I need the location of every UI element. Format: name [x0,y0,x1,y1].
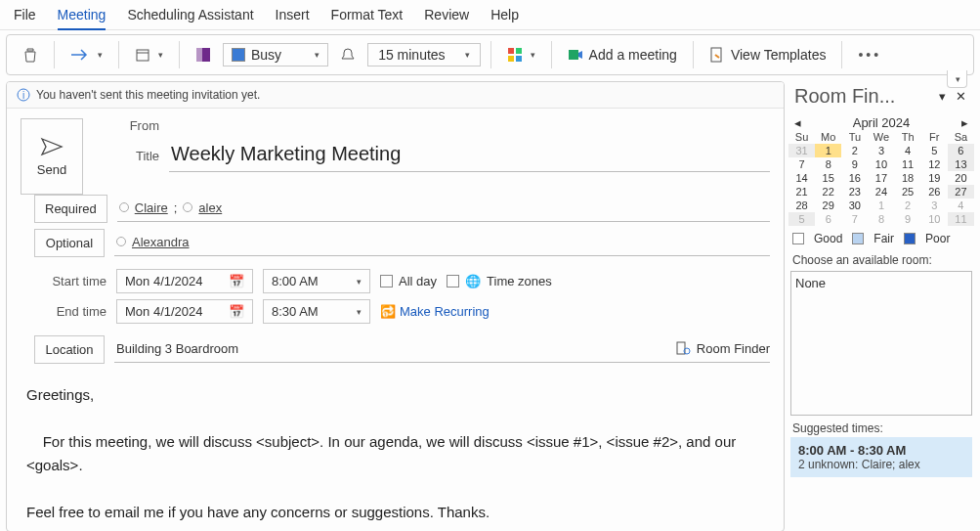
delete-button[interactable] [17,43,44,66]
required-input[interactable]: Claire; alex [117,197,770,222]
info-icon: i [17,88,30,102]
calendar-day[interactable]: 1 [815,144,841,157]
calendar-day[interactable]: 5 [921,144,948,157]
calendar-day[interactable]: 14 [788,171,815,185]
calendar-day[interactable]: 3 [921,199,948,212]
calendar-day[interactable]: 11 [895,157,921,171]
reminder-dropdown[interactable]: 15 minutes ▾ [367,43,480,66]
chevron-down-icon[interactable]: ▾ [933,89,952,104]
menu-format-text[interactable]: Format Text [331,7,404,22]
calendar-day[interactable]: 5 [788,212,815,226]
svg-rect-7 [516,56,522,62]
calendar-day[interactable]: 8 [815,157,841,171]
room-list[interactable]: None [790,271,972,416]
attendee[interactable]: Claire [135,200,168,215]
calendar-day[interactable]: 20 [948,171,974,185]
suggested-time-item[interactable]: 8:00 AM - 8:30 AM 2 unknown: Claire; ale… [790,437,972,477]
show-as-dropdown[interactable]: Busy ▾ [223,43,328,66]
show-as-swatch-button[interactable] [190,43,217,66]
room-finder-link[interactable]: Room Finder [675,340,770,356]
calendar-day[interactable]: 17 [868,171,894,185]
calendar-day[interactable]: 25 [895,185,921,199]
calendar-day[interactable]: 6 [948,144,974,157]
calendar-day[interactable]: 11 [948,212,974,226]
make-recurring-link[interactable]: 🔂Make Recurring [380,304,490,319]
calendar-day[interactable]: 31 [788,144,815,157]
calendar-day[interactable]: 13 [948,157,974,171]
room-search-icon [675,340,691,356]
calendar-day[interactable]: 24 [868,185,894,199]
calendar-day[interactable]: 9 [895,212,921,226]
calendar-day[interactable]: 4 [948,199,974,212]
timezones-checkbox[interactable]: 🌐Time zones [447,274,552,288]
title-input[interactable]: Weekly Marketing Meeting [169,139,770,172]
calendar-day[interactable]: 6 [815,212,841,226]
calendar-month: April 2024 [853,115,911,130]
next-month-icon[interactable]: ▸ [961,115,968,130]
location-button[interactable]: Location [34,335,105,364]
calendar-day[interactable]: 27 [948,185,974,199]
menu-file[interactable]: File [14,7,36,22]
calendar-day[interactable]: 8 [868,212,894,226]
message-body[interactable]: Greetings, For this meeting, we will dis… [7,370,784,531]
menu-meeting[interactable]: Meeting [58,7,107,30]
add-meeting-button[interactable]: Add a meeting [562,43,683,66]
suggested-label: Suggested times: [788,416,974,437]
calendar-day[interactable]: 23 [841,185,868,199]
svg-rect-5 [516,48,522,54]
chevron-down-icon: ▾ [465,50,470,60]
calendar-day[interactable]: 12 [921,157,948,171]
calendar-day[interactable]: 2 [895,199,921,212]
calendar-day[interactable]: 15 [815,171,841,185]
optional-button[interactable]: Optional [34,229,105,257]
calendar-day[interactable]: 4 [895,144,921,157]
calendar-day[interactable]: 29 [815,199,841,212]
menu-help[interactable]: Help [490,7,519,22]
send-icon [40,137,64,156]
categorize-button[interactable]: ▾ [501,43,541,66]
attendee[interactable]: alex [198,200,222,215]
calendar-day[interactable]: 2 [841,144,868,157]
forward-button[interactable]: ▾ [64,44,108,66]
view-templates-button[interactable]: View Templates [703,43,832,66]
location-input[interactable]: Building 3 Boardroom Room Finder [114,336,770,363]
calendar-day[interactable]: 10 [868,157,894,171]
required-button[interactable]: Required [34,195,107,223]
send-button[interactable]: Send [21,118,83,195]
close-icon[interactable]: ✕ [952,89,970,104]
more-button[interactable]: ••• [852,43,887,66]
grid-color-icon [507,47,523,63]
all-day-checkbox[interactable]: All day [380,274,437,288]
calendar-day[interactable]: 30 [841,199,868,212]
attendee[interactable]: Alexandra [132,235,190,249]
menu-scheduling-assistant[interactable]: Scheduling Assistant [127,7,253,22]
calendar-day[interactable]: 22 [815,185,841,199]
end-time-input[interactable]: 8:30 AM▾ [263,299,370,324]
ribbon-expand-button[interactable]: ▾ [947,70,967,88]
reminder-bell-button[interactable] [334,43,362,66]
calendar-day[interactable]: 18 [895,171,921,185]
svg-text:i: i [22,90,24,101]
calendar-day[interactable]: 7 [788,157,815,171]
calendar-day[interactable]: 1 [868,199,894,212]
calendar-day[interactable]: 19 [921,171,948,185]
end-date-input[interactable]: Mon 4/1/2024📅 [116,299,253,324]
start-time-input[interactable]: 8:00 AM▾ [263,269,370,293]
calendar-day[interactable]: 16 [841,171,868,185]
calendar-day[interactable]: 10 [921,212,948,226]
room-finder-title: Room Fin... [794,85,933,108]
calendar-day[interactable]: 28 [788,199,815,212]
optional-input[interactable]: Alexandra [114,231,770,256]
start-date-input[interactable]: Mon 4/1/2024📅 [116,269,253,293]
calendar-options-button[interactable]: ▾ [129,43,169,66]
calendar-day[interactable]: 21 [788,185,815,199]
calendar-day[interactable]: 9 [841,157,868,171]
ellipsis-icon: ••• [858,47,881,63]
calendar-day[interactable]: 7 [841,212,868,226]
calendar-day[interactable]: 26 [921,185,948,199]
reminder-label: 15 minutes [378,47,445,63]
menu-insert[interactable]: Insert [276,7,310,22]
calendar-day[interactable]: 3 [868,144,894,157]
prev-month-icon[interactable]: ◂ [794,115,801,130]
menu-review[interactable]: Review [424,7,469,22]
